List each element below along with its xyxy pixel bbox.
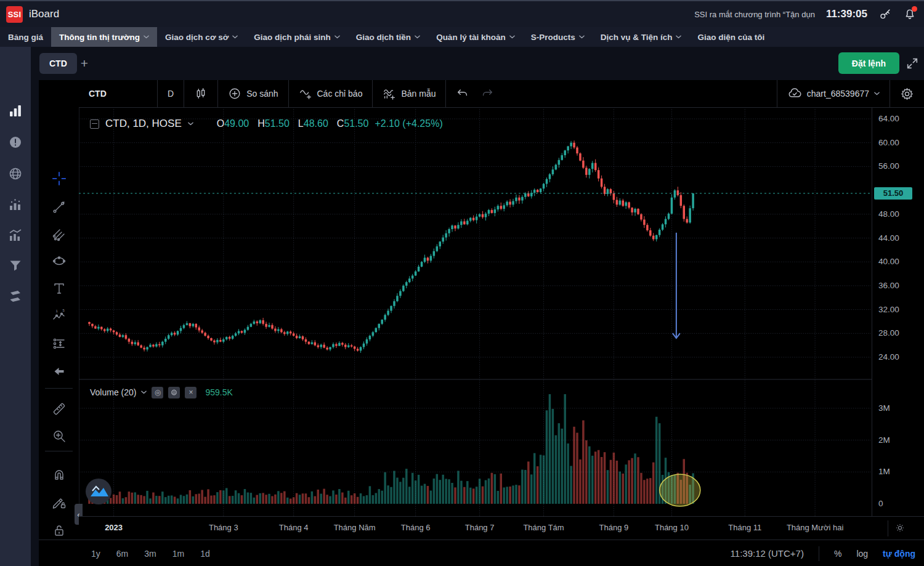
chart-bottom-bar: 1y6m3m1m1d 11:39:12 (UTC+7) % log tự độn… [39,540,924,566]
chevron-down-icon [141,390,147,394]
price-tick: 64.00 [878,114,899,123]
tradingview-logo[interactable] [86,479,111,504]
left-nav-rail [0,47,31,566]
notification-bell-icon[interactable] [903,7,917,21]
indicators-button[interactable]: Các chỉ báo [289,80,373,107]
range-1y[interactable]: 1y [91,549,100,559]
lock-all-icon[interactable] [47,518,71,543]
top-bar-right: SSI ra mắt chương trình “Tận dụn 11:39:0… [694,1,917,27]
chart-toolbar-right: chart_68539677 [777,80,924,107]
ssi-iboard-app: SSI iBoard SSI ra mắt chương trình “Tận … [0,0,924,566]
volume-tick: 1M [878,467,890,476]
volume-visibility-icon[interactable]: ◎ [152,387,163,398]
price-chart-canvas[interactable] [79,107,872,516]
trend-line-tool-icon[interactable] [47,195,71,219]
range-1m[interactable]: 1m [172,549,184,559]
range-6m[interactable]: 6m [116,549,128,559]
chevron-down-icon [874,92,880,95]
compare-plus-icon [228,87,241,100]
shapes-tool-icon[interactable] [47,249,71,273]
magnet-tool-icon[interactable] [47,462,71,487]
pitchfork-tool-icon[interactable] [47,222,71,246]
templates-button[interactable]: Bản mẫu [373,80,445,107]
range-buttons: 1y6m3m1m1d [91,540,210,566]
add-tab-button[interactable]: + [75,53,94,74]
drawing-toolbar: 15 ‹ [39,80,79,566]
menu-item-giao-dien-cua-toi[interactable]: Giao diện của tôi [689,27,772,47]
interval-button[interactable]: D [158,80,184,107]
redo-button[interactable] [471,80,504,107]
drawing-arrow-down[interactable] [673,233,680,338]
svg-text:1: 1 [56,309,59,313]
log-scale-button[interactable]: log [856,549,868,559]
undo-icon [456,87,469,100]
drawing-lock-icon[interactable] [47,490,71,515]
handbook-icon[interactable] [8,289,23,304]
menu-item-bang-gia[interactable]: Bảng giá [0,27,51,47]
fullscreen-icon[interactable] [906,57,919,70]
drawing-highlight-ellipse[interactable] [660,474,700,506]
range-3m[interactable]: 3m [144,549,156,559]
text-tool-icon[interactable] [47,276,71,301]
volume-settings-icon[interactable] [168,387,180,398]
time-tick-tháng-4: Tháng 4 [279,523,309,532]
market-statistics-icon[interactable] [8,228,23,243]
volume-tick: 2M [878,435,890,445]
menu-item-giao-dich-phai-sinh[interactable]: Giao dịch phái sinh [246,27,348,47]
price-board-icon[interactable] [8,103,23,118]
last-price-label: 51.50 [874,187,912,200]
volume-indicator-label[interactable]: Volume (20) [90,387,136,397]
ssi-logo[interactable]: SSI [6,6,23,23]
measure-tool-icon[interactable] [47,397,71,421]
filter-icon[interactable] [8,258,23,273]
chart-settings-button[interactable] [890,80,924,107]
time-tick-tháng-6: Tháng 6 [401,523,431,532]
menu-item-s-products[interactable]: S-Products [523,27,593,47]
zoom-in-tool-icon[interactable] [47,424,71,448]
save-chart-button[interactable]: chart_68539677 [777,80,890,107]
auto-scale-button[interactable]: tự động [883,549,915,559]
price-tick: 28.00 [878,328,899,338]
change-value: +2.10 (+4.25%) [375,118,442,129]
time-axis[interactable]: 2023Tháng 3Tháng 4Tháng NămTháng 6Tháng … [79,516,924,540]
tab-ctd[interactable]: CTD [39,53,77,74]
chevron-down-icon [415,35,420,39]
key-icon[interactable] [878,7,892,21]
range-1d[interactable]: 1d [200,549,210,559]
chevron-down-icon [676,35,681,39]
menu-item-dich-vu-tien-ich[interactable]: Dịch vụ & Tiện ích [593,27,690,47]
time-tick-tháng-11: Tháng 11 [728,523,761,532]
pattern-tool-icon[interactable]: 15 [47,303,71,328]
crosshair-tool-icon[interactable] [47,166,71,191]
price-tick: 40.00 [878,257,899,266]
svg-text:5: 5 [63,309,65,312]
back-arrow-icon[interactable] [47,359,71,384]
price-tick: 36.00 [878,281,899,290]
pane-collapse-icon[interactable] [90,119,99,129]
alerts-icon[interactable] [8,135,23,150]
menu-item-giao-dich-tien[interactable]: Giao dịch tiền [348,27,428,47]
chart-legend: CTD, 1D, HOSE O49.00H51.50L48.60C51.50 +… [90,116,443,131]
chevron-down-icon [579,35,585,39]
menu-item-quan-ly-tai-khoan[interactable]: Quản lý tài khoản [428,27,523,47]
menu-item-giao-dich-co-so[interactable]: Giao dịch cơ sở [157,27,246,47]
top-ranking-icon[interactable] [8,197,23,212]
forecast-tool-icon[interactable] [47,331,71,356]
chart-clock[interactable]: 11:39:12 (UTC+7) [731,548,804,559]
legend-symbol-title[interactable]: CTD, 1D, HOSE [105,118,182,130]
menu-item-thong-tin-thi-truong[interactable]: Thông tin thị trường [51,27,157,47]
news-ticker[interactable]: SSI ra mắt chương trình “Tận dụn [694,10,815,19]
bottom-bar-right: 11:39:12 (UTC+7) % log tự động [731,540,915,566]
price-axis[interactable]: 64.0060.0056.0048.0044.0040.0036.0032.00… [872,107,924,516]
global-markets-icon[interactable] [8,166,23,181]
place-order-button[interactable]: Đặt lệnh [838,52,899,74]
gear-icon [900,87,914,101]
chart-style-button[interactable] [184,80,217,107]
symbol-search-button[interactable]: CTD [79,80,157,107]
time-axis-settings-icon[interactable] [894,522,906,533]
percent-scale-button[interactable]: % [834,549,841,559]
volume-close-icon[interactable]: × [185,387,197,398]
indicators-icon [299,87,312,100]
price-tick: 60.00 [878,138,899,147]
compare-button[interactable]: So sánh [218,80,288,107]
